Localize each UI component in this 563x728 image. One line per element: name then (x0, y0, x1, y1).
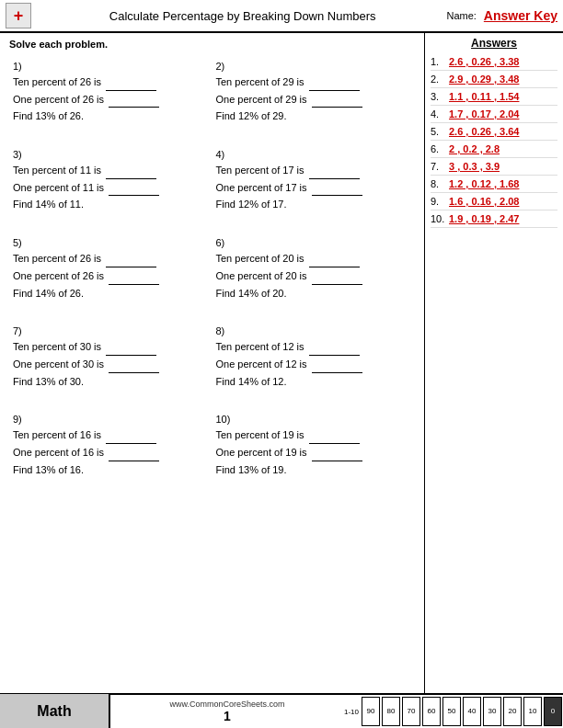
answer-row: 5.2.6 , 0.26 , 3.64 (431, 123, 557, 141)
problem-line: One percent of 16 is (13, 444, 209, 461)
answer-number: 1. (431, 56, 449, 67)
problem-number: 10) (216, 414, 412, 425)
problem-line: Ten percent of 26 is (13, 250, 209, 267)
score-box: 80 (382, 697, 400, 726)
problem-line: Find 12% of 17. (216, 196, 412, 213)
problem-line: Find 14% of 26. (13, 285, 209, 302)
answer-number: 2. (431, 74, 449, 85)
instruction-label: Solve each problem. (9, 39, 415, 50)
name-label: Name: (446, 10, 476, 21)
problem-number: 7) (13, 325, 209, 336)
problems-grid: 1)Ten percent of 26 is One percent of 26… (9, 55, 415, 496)
answer-row: 6.2 , 0.2 , 2.8 (431, 141, 557, 158)
answer-blank[interactable] (109, 372, 159, 373)
problem-number: 9) (13, 414, 209, 425)
problem-line: Ten percent of 20 is (216, 250, 412, 267)
answer-blank[interactable] (312, 372, 362, 373)
answer-number: 5. (431, 126, 449, 137)
problem-item: 9)Ten percent of 16 is One percent of 16… (9, 408, 213, 496)
footer-center: www.CommonCoreSheets.com 1 (110, 700, 344, 723)
problem-number: 2) (216, 61, 412, 72)
problem-number: 4) (216, 149, 412, 160)
answer-blank[interactable] (312, 107, 362, 108)
problem-item: 5)Ten percent of 26 is One percent of 26… (9, 232, 213, 320)
problem-line: Ten percent of 16 is (13, 427, 209, 444)
score-box: 0 (544, 697, 562, 726)
problem-number: 5) (13, 237, 209, 248)
worksheet-title: Calculate Percentage by Breaking Down Nu… (39, 9, 446, 23)
problem-line: One percent of 12 is (216, 356, 412, 373)
problem-line: Find 14% of 20. (216, 285, 412, 302)
score-box: 70 (402, 697, 420, 726)
answer-value: 2 , 0.2 , 2.8 (449, 143, 500, 154)
problem-line: One percent of 19 is (216, 444, 412, 461)
problem-item: 8)Ten percent of 12 is One percent of 12… (213, 320, 416, 408)
problem-line: One percent of 20 is (216, 267, 412, 285)
math-label-box: Math (0, 694, 110, 728)
page-number: 1 (224, 709, 231, 723)
score-boxes-row: 9080706050403020100 (361, 696, 563, 727)
problem-number: 8) (216, 325, 412, 336)
problem-line: Ten percent of 11 is (13, 162, 209, 179)
problem-line: Ten percent of 12 is (216, 338, 412, 356)
answer-blank[interactable] (312, 284, 362, 285)
answer-blank[interactable] (109, 284, 159, 285)
answer-value: 2.6 , 0.26 , 3.64 (449, 126, 519, 137)
answer-value: 1.2 , 0.12 , 1.68 (449, 178, 519, 189)
problem-line: Ten percent of 19 is (216, 427, 412, 444)
score-range-label: 1-10 (344, 708, 359, 716)
score-box: 50 (442, 697, 461, 726)
answer-blank[interactable] (312, 461, 362, 461)
answer-value: 2.6 , 0.26 , 3.38 (449, 56, 519, 67)
problem-item: 7)Ten percent of 30 is One percent of 30… (9, 320, 213, 408)
score-boxes-container: 1-10 9080706050403020100 (344, 694, 563, 728)
problem-line: One percent of 17 is (216, 179, 412, 197)
score-box: 40 (463, 697, 481, 726)
answer-number: 9. (431, 196, 449, 207)
score-box: 60 (422, 697, 441, 726)
answer-row: 2.2.9 , 0.29 , 3.48 (431, 71, 557, 88)
score-box: 30 (483, 697, 501, 726)
answer-row: 4.1.7 , 0.17 , 2.04 (431, 106, 557, 123)
problem-item: 10)Ten percent of 19 is One percent of 1… (213, 408, 416, 496)
answer-number: 10. (431, 213, 449, 224)
problem-line: Find 14% of 12. (216, 373, 412, 391)
problem-line: Find 13% of 19. (216, 461, 412, 479)
answer-value: 1.7 , 0.17 , 2.04 (449, 108, 519, 119)
answer-number: 7. (431, 161, 449, 172)
answer-value: 3 , 0.3 , 3.9 (449, 161, 500, 172)
problem-line: Ten percent of 26 is (13, 74, 209, 91)
answer-number: 4. (431, 108, 449, 119)
answer-value: 1.1 , 0.11 , 1.54 (449, 91, 519, 102)
problem-line: One percent of 30 is (13, 356, 209, 373)
main-layout: Solve each problem. 1)Ten percent of 26 … (0, 33, 563, 693)
footer: Math www.CommonCoreSheets.com 1 1-10 908… (0, 693, 563, 728)
answer-blank[interactable] (109, 107, 159, 108)
problem-line: Find 13% of 16. (13, 461, 209, 479)
problems-section: Solve each problem. 1)Ten percent of 26 … (0, 33, 425, 693)
problem-line: Find 14% of 11. (13, 196, 209, 213)
answer-row: 3.1.1 , 0.11 , 1.54 (431, 88, 557, 106)
problem-item: 4)Ten percent of 17 is One percent of 17… (213, 143, 416, 232)
problem-line: Ten percent of 30 is (13, 338, 209, 356)
answer-row: 1.2.6 , 0.26 , 3.38 (431, 53, 557, 71)
answer-row: 7.3 , 0.3 , 3.9 (431, 158, 557, 176)
answers-list: 1.2.6 , 0.26 , 3.382.2.9 , 0.29 , 3.483.… (431, 53, 557, 228)
answer-value: 2.9 , 0.29 , 3.48 (449, 74, 519, 85)
problem-line: One percent of 29 is (216, 91, 412, 108)
problem-line: Ten percent of 29 is (216, 74, 412, 91)
problem-number: 1) (13, 61, 209, 72)
answer-blank[interactable] (109, 461, 159, 461)
answer-blank[interactable] (312, 195, 362, 196)
logo-icon: + (6, 3, 31, 28)
answer-key-section: Answers 1.2.6 , 0.26 , 3.382.2.9 , 0.29 … (425, 33, 563, 693)
answer-row: 9.1.6 , 0.16 , 2.08 (431, 193, 557, 210)
problem-line: Find 12% of 29. (216, 108, 412, 125)
problem-line: Find 13% of 26. (13, 108, 209, 125)
answer-value: 1.6 , 0.16 , 2.08 (449, 196, 519, 207)
answer-row: 8.1.2 , 0.12 , 1.68 (431, 176, 557, 193)
score-box: 20 (503, 697, 522, 726)
answer-blank[interactable] (109, 195, 159, 196)
answer-row: 10.1.9 , 0.19 , 2.47 (431, 210, 557, 228)
problem-line: One percent of 26 is (13, 267, 209, 285)
